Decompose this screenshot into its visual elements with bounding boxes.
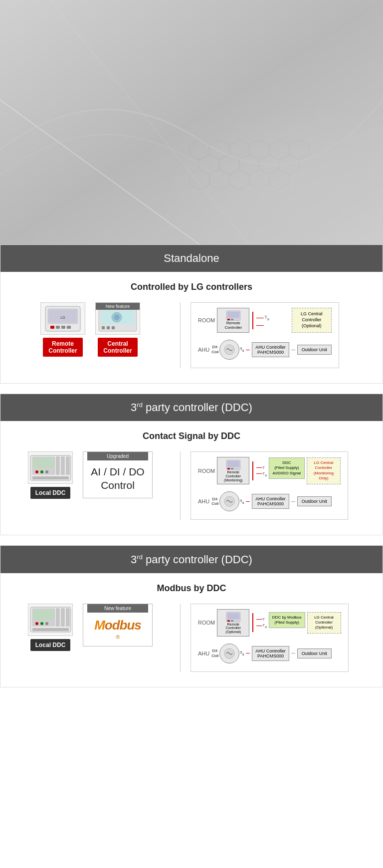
ddc1-divider [180,451,181,520]
svg-marker-9 [199,155,219,175]
ddc2-dx-area: DXCoil Ts [211,644,244,663]
ddc2-right-boxes: DDC by Modbus(Filed Supply) LG CentralCo… [269,612,341,634]
remote-controller-image: LG [40,302,85,335]
modbus-box: New feature Modbus ® [83,604,153,647]
local-ddc-item: Local DDC [28,451,73,499]
svg-rect-43 [61,457,64,474]
ahu-label: AHU [198,346,209,353]
modbus-item: New feature Modbus ® [83,604,153,647]
diag-remote-ctrl: RemoteController [217,308,249,333]
svg-marker-8 [289,140,309,160]
ddc2-subtitle: Modbus by DDC [15,583,368,594]
upgraded-ai-item: Upgraded AI / DI / DOControl [83,451,153,498]
svg-point-45 [35,470,38,473]
ddc1-title: 3rd party controller (DDC) [131,401,252,414]
svg-rect-59 [66,609,69,626]
ddc-modbus-box: DDC by Modbus(Filed Supply) [269,612,305,629]
svg-rect-23 [50,326,54,329]
ddc2-ta-line: Ta [256,623,267,629]
ddc2-inner: Modbus by DDC [0,573,383,687]
svg-rect-41 [33,458,54,468]
svg-rect-33 [112,326,115,329]
lg-central-box: LG CentralController(Optional) [292,308,332,332]
bottom-spacer [0,687,383,702]
ddc1-room-row: ROOM RemoteController(Monitoring) T [198,457,341,484]
central-controller-item: New feature [95,302,140,357]
side-lines: Ta [256,315,269,326]
ddc1-dx-coil [219,491,239,511]
central-controller-label: CentralController [98,338,138,357]
ddc2-divider [180,604,181,672]
standalone-devices: LG RemoteController [40,302,140,357]
ai-di-do-text: AI / DI / DOControl [91,465,144,492]
svg-rect-65 [227,613,239,619]
conn-line-2 [291,350,295,350]
ddc2-vert-line [252,613,253,632]
svg-point-46 [40,470,43,473]
modbus-rest: odbus [105,618,141,633]
ahu-controller-box: AHU ControllerPAHCMS000 [252,342,289,357]
svg-marker-11 [239,155,259,175]
svg-rect-57 [56,609,59,626]
ddc1-conn-line [246,501,250,502]
svg-rect-31 [102,326,105,329]
ddc2-diag-container: ROOM RemoteController(Optional) T [191,604,349,672]
svg-rect-51 [227,468,230,469]
standalone-diag-container: ROOM RemoteController Ta [191,302,339,368]
svg-marker-3 [190,140,209,160]
hero-background [0,0,383,244]
section-divider [180,302,181,368]
ddc1-section: 3rd party controller (DDC) Contact Signa… [0,394,383,535]
svg-text:LG: LG [60,316,65,319]
ddc2-header: 3rd party controller (DDC) [0,546,383,573]
svg-rect-24 [56,326,60,329]
ddc1-ahu-controller: AHU ControllerPAHCMS000 [252,494,289,509]
svg-rect-42 [56,457,59,474]
ddc2-t-line: T [256,617,267,622]
dx-area: DXCoil Ts [211,340,244,360]
central-controller-image: New feature [95,302,140,335]
standalone-title: Standalone [164,252,219,264]
modbus-tagline: ® [116,634,120,640]
ddc2-devices: Local DDC New feature Modbus ® [28,604,153,651]
ddc1-left: Local DDC Upgraded AI / DI / DOControl [15,451,175,499]
ddc2-local-ddc-label: Local DDC [30,639,71,651]
ddc2-outdoor-unit: Outdoor Unit [297,649,332,658]
dx-coil-circle [219,340,239,360]
ddc2-room-row: ROOM RemoteController(Optional) T [198,609,341,637]
outdoor-unit-box: Outdoor Unit [297,345,332,355]
ddc1-diag-container: ROOM RemoteController(Monitoring) T [191,451,348,520]
ddc1-dx-label: DXCoil [211,497,218,506]
ddc1-outdoor-unit: Outdoor Unit [297,496,332,506]
svg-rect-48 [32,476,69,479]
svg-rect-37 [231,319,233,320]
svg-marker-17 [249,170,269,190]
ddc2-lg-central-box: LG CentralController(Optional) [307,612,341,634]
ddc2-content: Local DDC New feature Modbus ® [15,604,368,672]
svg-rect-50 [227,461,239,467]
ddc1-content: Local DDC Upgraded AI / DI / DOControl [15,451,368,520]
ddc2-section: 3rd party controller (DDC) Modbus by DDC [0,545,383,687]
ddc1-conn-line2 [291,501,295,502]
ddc2-ahu-controller: AHU ControllerPAHCMS000 [252,646,289,661]
new-feature-badge-modbus: New feature [87,604,148,613]
svg-point-60 [35,622,38,625]
svg-marker-13 [279,155,299,175]
blank-line [256,325,269,326]
standalone-section: Standalone Controlled by LG controllers … [0,244,383,384]
ddc1-inner: Contact Signal by DDC [0,421,383,535]
ddc1-right-boxes: DDC(Filed Supply)AI/DI/DO Signal LG Cent… [269,457,341,484]
modbus-m: M [94,618,105,633]
standalone-inner: Controlled by LG controllers LG [0,272,383,383]
svg-marker-7 [269,140,289,160]
svg-rect-36 [227,319,230,320]
svg-rect-52 [231,468,233,469]
standalone-subtitle: Controlled by LG controllers [15,282,368,292]
ddc2-rc-label: RemoteController(Optional) [225,623,241,634]
ddc1-ta-line: Ta [256,471,267,477]
ddc1-room-label: ROOM [198,467,215,474]
ddc2-local-ddc-image [28,604,73,636]
ddc1-ahu-label: AHU [198,498,209,505]
standalone-content: LG RemoteController [15,302,368,368]
standalone-header: Standalone [0,245,383,272]
